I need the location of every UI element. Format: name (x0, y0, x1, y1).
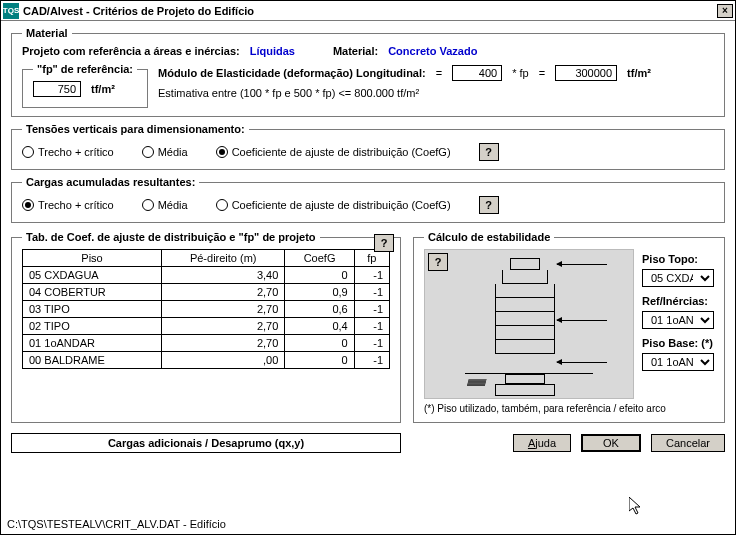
window-title: CAD/Alvest - Critérios de Projeto do Edi… (23, 5, 717, 17)
cell-piso: 04 COBERTUR (23, 284, 162, 301)
tensoes-legend: Tensões verticais para dimensionamento: (22, 123, 249, 135)
cell-coefg: 0,6 (285, 301, 354, 318)
modulus-estimate: Estimativa entre (100 * fp e 500 * fp) <… (158, 87, 714, 99)
intro-label: Projeto com referência a áreas e inércia… (22, 45, 240, 57)
cell-coefg: 0,9 (285, 284, 354, 301)
table-row[interactable]: 01 1oANDAR2,700-1 (23, 335, 390, 352)
modulus-result-input[interactable] (555, 65, 617, 81)
modulus-factor-input[interactable] (452, 65, 502, 81)
coef-table-group: Tab. de Coef. de ajuste de distribuição … (11, 231, 401, 423)
stability-diagram: / / / / / / / / / / / / / / / / / / (424, 249, 634, 399)
table-row[interactable]: 00 BALDRAME,000-1 (23, 352, 390, 369)
cell-piso: 01 1oANDAR (23, 335, 162, 352)
fp-ref-legend: "fp" de referência: (33, 63, 137, 75)
ref-inercias-label: Ref/Inércias: (642, 295, 714, 307)
fp-ref-input[interactable] (33, 81, 81, 97)
cell-fp: -1 (354, 335, 389, 352)
cursor-icon (629, 497, 645, 517)
piso-base-label: Piso Base: (*) (642, 337, 714, 349)
app-icon: TQS (3, 3, 19, 19)
stability-group: Cálculo de estabilidade ? (413, 231, 725, 423)
radio-label: Coeficiente de ajuste de distribuição (C… (232, 199, 451, 211)
th-fp: fp (354, 250, 389, 267)
ok-button[interactable]: OK (581, 434, 641, 452)
table-row[interactable]: 04 COBERTUR2,700,9-1 (23, 284, 390, 301)
cell-fp: -1 (354, 284, 389, 301)
stability-legend: Cálculo de estabilidade (424, 231, 554, 243)
coef-table: Piso Pé-direito (m) CoefG fp 05 CXDAGUA3… (22, 249, 390, 369)
radio-icon (22, 199, 34, 211)
radio-icon (142, 146, 154, 158)
equals-1: = (436, 67, 442, 79)
cell-piso: 00 BALDRAME (23, 352, 162, 369)
help-label: juda (535, 437, 556, 449)
piso-topo-label: Piso Topo: (642, 253, 714, 265)
equals-2: = (539, 67, 545, 79)
cargas-opt-trecho[interactable]: Trecho + crítico (22, 199, 114, 211)
tensoes-opt-coefg[interactable]: Coeficiente de ajuste de distribuição (C… (216, 146, 451, 158)
cell-coefg: 0 (285, 267, 354, 284)
th-coefg: CoefG (285, 250, 354, 267)
cell-coefg: 0 (285, 352, 354, 369)
liquidas-value: Líquidas (250, 45, 295, 57)
coef-table-legend: Tab. de Coef. de ajuste de distribuição … (22, 231, 320, 243)
tensoes-group: Tensões verticais para dimensionamento: … (11, 123, 725, 170)
arrow-bottom-icon (557, 362, 607, 363)
radio-label: Média (158, 199, 188, 211)
cell-piso: 03 TIPO (23, 301, 162, 318)
tensoes-opt-trecho[interactable]: Trecho + crítico (22, 146, 114, 158)
material-value: Concreto Vazado (388, 45, 477, 57)
table-header-row: Piso Pé-direito (m) CoefG fp (23, 250, 390, 267)
titlebar: TQS CAD/Alvest - Critérios de Projeto do… (1, 1, 735, 21)
fp-ref-group: "fp" de referência: tf/m² (22, 63, 148, 108)
material-group: Material Projeto com referência a áreas … (11, 27, 725, 117)
radio-label: Coeficiente de ajuste de distribuição (C… (232, 146, 451, 158)
cargas-opt-media[interactable]: Média (142, 199, 188, 211)
cell-pd: 2,70 (162, 318, 285, 335)
arrow-top-icon (557, 264, 607, 265)
ref-inercias-select[interactable]: 01 1oANDAR (642, 311, 714, 329)
cell-pd: 2,70 (162, 335, 285, 352)
fp-ref-unit: tf/m² (91, 83, 115, 95)
radio-icon (22, 146, 34, 158)
cell-fp: -1 (354, 301, 389, 318)
table-row[interactable]: 05 CXDAGUA3,400-1 (23, 267, 390, 284)
arrow-mid-icon (557, 320, 607, 321)
cargas-opt-coefg[interactable]: Coeficiente de ajuste de distribuição (C… (216, 199, 451, 211)
coef-table-help-button[interactable]: ? (374, 234, 394, 252)
radio-icon (216, 146, 228, 158)
stability-footnote: (*) Piso utilizado, também, para referên… (424, 403, 714, 414)
cargas-adicionais-button[interactable]: Cargas adicionais / Desaprumo (qx,y) (11, 433, 401, 453)
cell-coefg: 0,4 (285, 318, 354, 335)
cell-fp: -1 (354, 267, 389, 284)
modulus-row: Módulo de Elasticidade (deformação) Long… (158, 65, 714, 81)
cell-pd: 3,40 (162, 267, 285, 284)
times-fp: * fp (512, 67, 529, 79)
svg-marker-0 (629, 497, 640, 514)
material-row1: Projeto com referência a áreas e inércia… (22, 45, 714, 57)
table-row[interactable]: 03 TIPO2,700,6-1 (23, 301, 390, 318)
cancel-button[interactable]: Cancelar (651, 434, 725, 452)
tensoes-help-button[interactable]: ? (479, 143, 499, 161)
stability-help-button[interactable]: ? (428, 253, 448, 271)
cell-piso: 05 CXDAGUA (23, 267, 162, 284)
cell-pd: ,00 (162, 352, 285, 369)
radio-icon (216, 199, 228, 211)
modulus-unit: tf/m² (627, 67, 651, 79)
bottom-row: Cargas adicionais / Desaprumo (qx,y) Aju… (11, 433, 725, 453)
status-bar: C:\TQS\TESTEALV\CRIT_ALV.DAT - Edifício (7, 518, 729, 530)
th-pd: Pé-direito (m) (162, 250, 285, 267)
help-button[interactable]: Ajuda (513, 434, 571, 452)
piso-topo-select[interactable]: 05 CXDAGUA (642, 269, 714, 287)
cargas-help-button[interactable]: ? (479, 196, 499, 214)
tensoes-opt-media[interactable]: Média (142, 146, 188, 158)
close-button[interactable]: × (717, 4, 733, 18)
cargas-group: Cargas acumuladas resultantes: Trecho + … (11, 176, 725, 223)
cell-pd: 2,70 (162, 284, 285, 301)
radio-icon (142, 199, 154, 211)
radio-label: Média (158, 146, 188, 158)
cell-piso: 02 TIPO (23, 318, 162, 335)
piso-base-select[interactable]: 01 1oANDAR (642, 353, 714, 371)
radio-label: Trecho + crítico (38, 199, 114, 211)
table-row[interactable]: 02 TIPO2,700,4-1 (23, 318, 390, 335)
